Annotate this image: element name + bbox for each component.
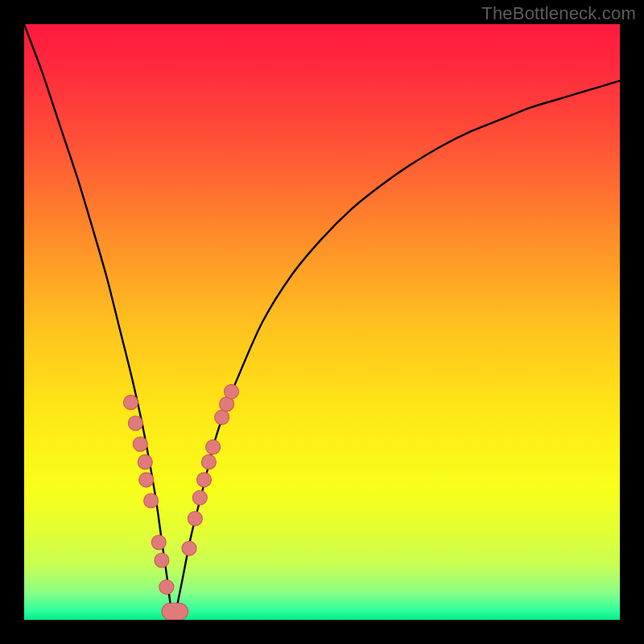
marker-dot-icon xyxy=(182,541,196,555)
marker-dot-icon xyxy=(138,455,152,469)
marker-dot-icon xyxy=(206,440,221,454)
marker-bottom-pill xyxy=(162,603,188,620)
marker-dot-icon xyxy=(139,473,154,487)
plot-area xyxy=(24,24,620,620)
marker-dot-icon xyxy=(196,473,211,487)
marker-dot-icon xyxy=(225,385,239,399)
frame: TheBottleneck.com xyxy=(0,0,644,644)
marker-dot-icon xyxy=(201,455,216,469)
marker-dot-icon xyxy=(133,437,147,452)
watermark-text: TheBottleneck.com xyxy=(481,3,636,24)
marker-dot-icon xyxy=(155,553,169,568)
marker-dot-icon xyxy=(151,535,166,550)
marker-dot-icon xyxy=(188,511,202,526)
curve-layer xyxy=(24,24,620,620)
marker-dot-icon xyxy=(159,580,174,594)
marker-dot-icon xyxy=(128,416,142,431)
marker-dot-icon xyxy=(215,410,229,424)
marker-dot-icon xyxy=(192,490,207,505)
marker-dot-icon xyxy=(144,493,159,508)
marker-dot-icon xyxy=(123,395,138,410)
bottleneck-curve xyxy=(24,24,620,620)
